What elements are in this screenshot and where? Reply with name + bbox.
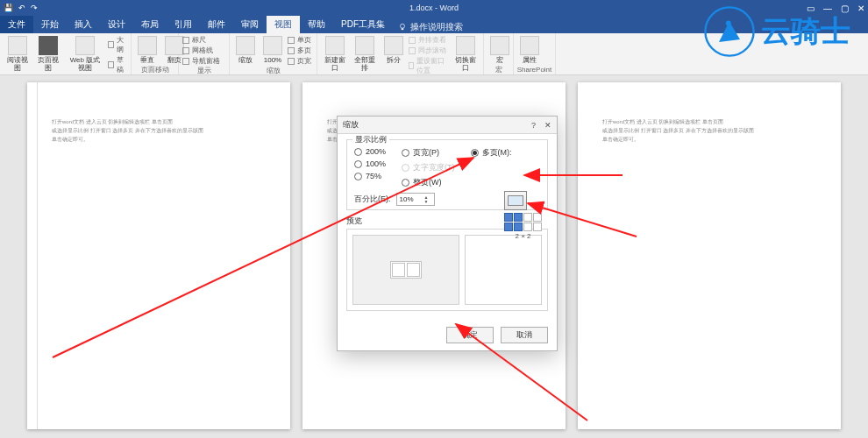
macros-button[interactable]: 宏 <box>487 35 512 65</box>
spinner-down-icon[interactable]: ▼ <box>424 200 431 204</box>
zoom-multi-page-radio[interactable]: 多页(M): <box>471 147 512 159</box>
tell-me-label: 操作说明搜索 <box>410 21 463 33</box>
tab-layout[interactable]: 布局 <box>133 16 167 33</box>
minimize-icon[interactable]: — <box>823 4 832 13</box>
zoom-page-width-radio[interactable]: 页宽(P) <box>402 147 455 159</box>
ribbon: 阅读视图 页面视图 Web 版式视图 大纲 草稿 视图 垂直 翻页 页面移动 标… <box>0 33 868 75</box>
motion-group-label: 页面移动 <box>132 65 178 75</box>
one-page-button[interactable]: 单页 <box>288 35 311 45</box>
zoom-dialog-title-text: 缩放 <box>343 119 359 131</box>
zoom-100-radio[interactable]: 100% <box>354 159 386 168</box>
new-window-button[interactable]: 新建窗口 <box>321 35 348 73</box>
redo-icon[interactable]: ↷ <box>31 4 38 12</box>
zoom-text-width-radio[interactable]: 文字宽度(T) <box>402 162 455 173</box>
zoom-whole-page-radio[interactable]: 整页(W) <box>402 177 455 188</box>
zoom-200-radio[interactable]: 200% <box>354 147 386 156</box>
page-text-line: 打开word文档 进入云页 切换到编辑选项栏 单击页面 <box>52 117 266 126</box>
reset-position-button: 重设窗口位置 <box>409 56 450 75</box>
page-width-button[interactable]: 页宽 <box>288 56 311 66</box>
switch-windows-button[interactable]: 切换窗口 <box>452 35 480 73</box>
tab-view[interactable]: 视图 <box>267 16 300 33</box>
split-button[interactable]: 拆分 <box>381 35 406 65</box>
percent-spinner[interactable]: 10% ▲▼ <box>396 193 435 206</box>
cancel-button[interactable]: 取消 <box>501 327 548 343</box>
gridlines-checkbox[interactable]: 网格线 <box>182 46 220 55</box>
percent-label: 百分比(E): <box>354 194 391 205</box>
zoom-preview <box>346 229 548 311</box>
tab-design[interactable]: 设计 <box>100 16 133 33</box>
page-1[interactable]: 打开word文档 进入云页 切换到编辑选项栏 单击页面 或选择显示比例 打开窗口… <box>27 82 290 429</box>
window-titlebar: 💾 ↶ ↷ 1.docx - Word ▭ — ▢ ✕ <box>0 0 868 16</box>
page-text-line: 单击确定即可。 <box>52 135 266 144</box>
tab-insert[interactable]: 插入 <box>67 16 100 33</box>
page-text-line: 或选择显示比例 打开窗口 选择多页 并在下方选择喜欢的显示版面 <box>52 126 266 135</box>
close-icon[interactable]: ✕ <box>857 4 864 13</box>
read-mode-button[interactable]: 阅读视图 <box>4 35 32 73</box>
document-title: 1.docx - Word <box>409 4 459 12</box>
tab-file[interactable]: 文件 <box>0 16 33 33</box>
web-layout-button[interactable]: Web 版式视图 <box>65 35 106 73</box>
arrange-all-button[interactable]: 全部重排 <box>351 35 378 73</box>
vertical-ruler <box>27 82 38 429</box>
monitor-icon[interactable] <box>504 191 527 210</box>
tab-help[interactable]: 帮助 <box>300 16 333 33</box>
side-by-side-button: 并排查看 <box>409 35 450 45</box>
tab-review[interactable]: 审阅 <box>233 16 267 33</box>
svg-rect-1 <box>402 28 404 30</box>
properties-button[interactable]: 属性 <box>517 35 542 65</box>
dialog-help-icon[interactable]: ? <box>531 121 536 130</box>
page-3[interactable]: 打开word文档 进入云页 切换到编辑选项栏 单击页面 或选择显示比例 打开窗口… <box>578 82 841 429</box>
svg-point-0 <box>401 24 405 28</box>
tell-me-search[interactable]: 操作说明搜索 <box>398 21 463 33</box>
sync-scroll-button: 同步滚动 <box>409 46 450 55</box>
multi-page-grid-selector[interactable]: 2 × 2 <box>504 191 542 240</box>
draft-button[interactable]: 草稿 <box>108 55 127 74</box>
nav-pane-checkbox[interactable]: 导航窗格 <box>182 56 220 66</box>
undo-icon[interactable]: ↶ <box>18 4 25 12</box>
maximize-icon[interactable]: ▢ <box>841 4 849 13</box>
sharepoint-group-label: SharePoint <box>514 66 555 74</box>
tab-pdf-tools[interactable]: PDF工具集 <box>333 16 393 33</box>
tab-mailings[interactable]: 邮件 <box>200 16 233 33</box>
page-text-line: 单击确定即可。 <box>602 135 816 144</box>
page-text-line: 打开word文档 进入云页 切换到编辑选项栏 单击页面 <box>602 117 816 126</box>
zoom-75-radio[interactable]: 75% <box>354 172 386 180</box>
tab-references[interactable]: 引用 <box>167 16 200 33</box>
ribbon-tabbar: 文件 开始 插入 设计 布局 引用 邮件 审阅 视图 帮助 PDF工具集 操作说… <box>0 16 868 33</box>
zoom-button[interactable]: 缩放 <box>233 35 258 65</box>
ok-button[interactable]: 确定 <box>446 327 494 343</box>
save-icon[interactable]: 💾 <box>4 4 13 12</box>
zoom-dialog-titlebar[interactable]: 缩放 ? ✕ <box>338 117 557 134</box>
hundred-percent-button[interactable]: 100% <box>260 35 285 65</box>
percent-value: 10% <box>400 195 414 203</box>
macros-group-label: 宏 <box>484 65 513 75</box>
print-layout-button[interactable]: 页面视图 <box>34 35 62 73</box>
zoom-ratio-group-label: 显示比例 <box>352 134 389 145</box>
page-text-line: 或选择显示比例 打开窗口 选择多页 并在下方选择喜欢的显示版面 <box>602 126 816 135</box>
tab-home[interactable]: 开始 <box>33 16 67 33</box>
grid-caption: 2 × 2 <box>504 232 542 240</box>
zoom-dialog: 缩放 ? ✕ 显示比例 200% 100% 75% 页宽(P) 文字宽度(T) … <box>337 116 558 351</box>
outline-button[interactable]: 大纲 <box>108 35 127 54</box>
multi-page-button[interactable]: 多页 <box>288 46 311 55</box>
bulb-icon <box>398 23 407 32</box>
dialog-close-icon[interactable]: ✕ <box>544 121 551 130</box>
ruler-checkbox[interactable]: 标尺 <box>182 35 220 45</box>
vertical-button[interactable]: 垂直 <box>135 35 160 65</box>
ribbon-options-icon[interactable]: ▭ <box>807 4 815 13</box>
